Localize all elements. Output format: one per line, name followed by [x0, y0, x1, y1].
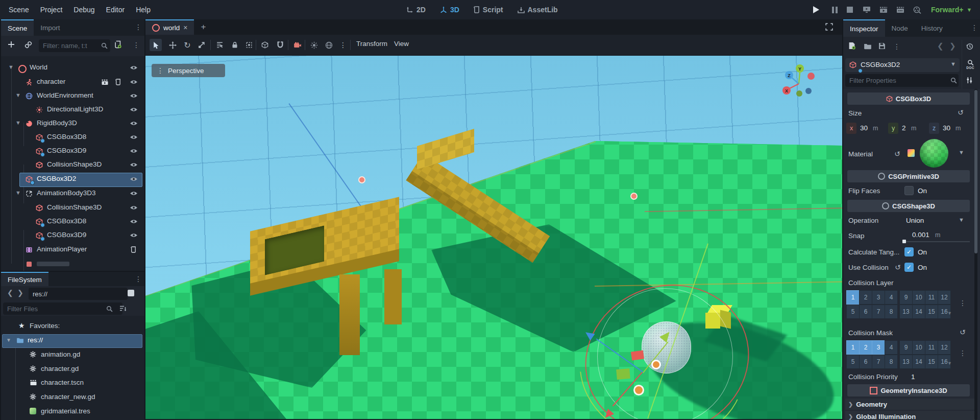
mask-cell[interactable]: 11 [925, 340, 938, 355]
workspace-3d-button[interactable]: 3D [435, 6, 464, 14]
navigation-axis-gizmo[interactable]: Y Z X [776, 61, 832, 106]
path-field[interactable] [29, 288, 128, 300]
renderer-select[interactable]: Forward+ [931, 6, 963, 14]
mask-cell[interactable]: 9 [899, 340, 913, 355]
csg-handle-table[interactable] [358, 176, 365, 183]
remote-debug-button[interactable] [860, 3, 873, 16]
use-collision-checkbox[interactable]: ✓ [904, 263, 914, 272]
mask-cell[interactable]: 8 [885, 355, 898, 369]
chevron-down-icon[interactable]: ▼ [959, 149, 964, 155]
layer-cell[interactable]: 10 [912, 290, 925, 305]
file-row-character-new-gd[interactable]: character_new.gd [1, 391, 144, 404]
save-icon[interactable] [878, 42, 886, 50]
dock-menu-dots-icon[interactable]: ⋮ [135, 24, 142, 31]
mask-cell[interactable]: 7 [872, 355, 885, 369]
history-forward-icon[interactable]: ❯ [949, 41, 956, 51]
tree-row-csgbox3d8-2[interactable]: CSGBox3D8 [1, 215, 144, 228]
history-clock-icon[interactable] [966, 42, 973, 50]
menu-scene[interactable]: Scene [3, 0, 35, 19]
operation-value[interactable]: Union [906, 217, 924, 224]
tree-row-clipped[interactable] [1, 258, 144, 271]
scrollbar-thumb[interactable] [974, 90, 977, 253]
preview-options-dots-icon[interactable]: ⋮ [337, 39, 349, 51]
snap-magnet-icon[interactable] [274, 39, 286, 51]
mask-cell[interactable]: 15 [925, 355, 938, 369]
select-tool-button[interactable] [150, 39, 162, 51]
play-scene-button[interactable] [877, 3, 890, 16]
list-select-tool-button[interactable] [213, 39, 226, 51]
view-menu[interactable]: View [394, 40, 409, 48]
tab-inspector[interactable]: Inspector [843, 19, 885, 37]
tree-row-world[interactable]: ▼ World [1, 61, 144, 75]
tab-scene[interactable]: Scene [1, 19, 34, 36]
tab-filesystem[interactable]: FileSystem [1, 272, 48, 286]
rotate-tool-button[interactable]: ↻ [181, 39, 193, 51]
visibility-eye-icon[interactable] [130, 65, 138, 71]
layer-cell[interactable]: 2 [859, 290, 872, 305]
tree-row-animationplayer[interactable]: AnimationPlayer [1, 243, 144, 256]
play-custom-scene-button[interactable] [894, 3, 907, 16]
file-row-character-tscn[interactable]: character.tscn [1, 377, 144, 390]
calculate-tangents-checkbox[interactable]: ✓ [904, 247, 914, 256]
collision-priority-value[interactable]: 1 [911, 373, 915, 381]
nav-back-icon[interactable]: ❮ [7, 289, 13, 297]
layer-cell[interactable]: 8 [885, 305, 898, 319]
layer-cell[interactable]: 6 [859, 305, 872, 319]
size-x-value[interactable]: 30 [860, 124, 868, 132]
tree-row-collisionshape3d[interactable]: CollisionShape3D [1, 158, 144, 172]
layer-cell[interactable]: 7 [872, 305, 885, 319]
mask-cell[interactable]: 4 [885, 340, 898, 355]
layer-cell[interactable]: 4 [885, 290, 898, 305]
mask-cell[interactable]: 3 [872, 340, 885, 355]
load-resource-folder-icon[interactable] [864, 43, 872, 50]
csg-table-object[interactable] [222, 183, 421, 360]
visibility-eye-icon[interactable] [130, 176, 138, 182]
axis-neg-y-dot[interactable] [796, 90, 802, 97]
viewport-3d[interactable]: ⋮ Perspective Y Z X [145, 56, 842, 419]
mask-cell[interactable]: 14 [912, 355, 925, 369]
visibility-eye-icon[interactable] [130, 162, 138, 168]
doc-search-button[interactable]: DOC [965, 59, 976, 72]
tree-row-rigidbody3d[interactable]: ▼ RigidBody3D [1, 117, 144, 130]
scene-filter-input[interactable] [39, 39, 110, 52]
file-row-res-root[interactable]: ▼ res:// [1, 334, 144, 347]
mask-cell[interactable]: 6 [859, 355, 872, 369]
file-row-gridmaterial-tres[interactable]: gridmaterial.tres [1, 405, 144, 418]
movie-maker-button[interactable] [911, 3, 924, 16]
script-badge-icon[interactable] [115, 79, 121, 85]
tree-row-worldenvironment[interactable]: ▼ WorldEnvironment [1, 89, 144, 103]
dock-menu-dots-icon[interactable]: ⋮ [971, 24, 978, 31]
nav-forward-icon[interactable]: ❯ [17, 289, 23, 297]
stop-button[interactable] [843, 3, 856, 16]
layer-cell[interactable]: 1 [846, 290, 860, 305]
tree-row-csgbox3d8[interactable]: CSGBox3D8 [1, 131, 144, 144]
collapse-chevron-icon[interactable]: ▼ [6, 337, 11, 343]
mask-cell[interactable]: 13 [899, 355, 913, 369]
tree-row-csgbox3d9[interactable]: CSGBox3D9 [1, 145, 144, 158]
tree-row-directionallight3d[interactable]: DirectionalLight3D [1, 103, 144, 116]
collapse-chevron-icon[interactable]: ▼ [15, 120, 21, 126]
tree-row-csgbox3d2-selected[interactable]: CSGBox3D2 [1, 173, 144, 186]
axis-neg-x-dot[interactable] [807, 73, 815, 80]
scale-tool-button[interactable] [195, 39, 208, 51]
layer-cell[interactable]: 13 [899, 305, 913, 319]
chevron-down-icon[interactable]: ▼ [947, 311, 952, 316]
section-geometryinstance3d[interactable]: GeometryInstance3D [847, 384, 970, 396]
scene-tree-menu-dots-icon[interactable]: ⋮ [133, 41, 140, 49]
snap-slider[interactable] [903, 241, 970, 242]
revert-icon[interactable]: ↺ [895, 263, 901, 271]
axis-neg-z-dot[interactable] [805, 88, 812, 94]
lock-icon[interactable] [229, 39, 241, 51]
menu-help[interactable]: Help [130, 0, 156, 19]
add-node-button[interactable] [7, 40, 15, 49]
favorites-row[interactable]: ★ Favorites: [1, 320, 144, 333]
gizmo-plane-handle-green[interactable] [616, 368, 630, 380]
material-file-icon[interactable] [908, 149, 915, 157]
collapse-chevron-icon[interactable]: ▼ [8, 64, 14, 70]
visibility-eye-icon[interactable] [130, 232, 138, 238]
add-scene-tab-button[interactable]: + [194, 19, 212, 35]
visibility-eye-icon[interactable] [130, 107, 138, 112]
local-space-icon[interactable] [259, 39, 271, 51]
workspace-script-button[interactable]: Script [469, 6, 508, 14]
layer-cell[interactable]: 12 [938, 290, 951, 305]
